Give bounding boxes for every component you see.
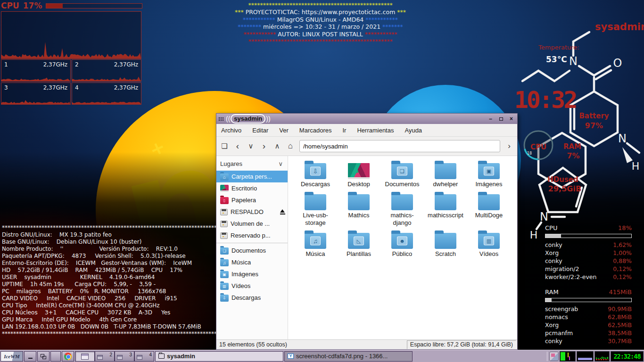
file-item[interactable]: Música <box>294 230 337 258</box>
cpu-process-panel: CPU 18% conky 1,62% Xorg 1,00% conky 0,8… <box>545 224 632 281</box>
sysinfo-line: ****************************************… <box>2 224 217 231</box>
place-item[interactable]: Imágenes <box>216 268 288 280</box>
folder-icon <box>305 194 326 210</box>
minimize-button[interactable]: – <box>487 115 495 123</box>
process-row: Xorg 62,5MiB <box>545 321 632 329</box>
menu-item[interactable]: Marcadores <box>299 127 332 134</box>
file-label: Mathics <box>337 212 380 219</box>
motd-banner: ****************************************… <box>213 1 428 45</box>
place-item[interactable]: Reservado p... <box>216 230 288 241</box>
eject-icon[interactable] <box>280 209 286 214</box>
new-tab-icon[interactable]: ❏ <box>220 142 229 150</box>
place-item[interactable]: Documentos <box>216 245 288 256</box>
file-item[interactable]: MultiDoge <box>467 191 511 227</box>
window-titlebar[interactable]: ((sysadmin)) – × <box>216 114 517 124</box>
file-item[interactable]: Vídeos <box>467 230 511 258</box>
ram-value: 7% <box>567 151 579 160</box>
process-value: 0,88% <box>613 257 632 265</box>
core-frequency: 2,37GHz <box>114 84 138 91</box>
mini-window-icon <box>137 355 142 360</box>
memory-monitor-applet[interactable] <box>577 351 594 362</box>
file-item[interactable]: Descargas <box>294 160 337 188</box>
menu-item[interactable]: Herramientas <box>357 127 394 134</box>
file-item[interactable]: Público <box>380 230 424 258</box>
chevron-down-icon[interactable]: ∨ <box>278 160 283 167</box>
place-item[interactable]: Descargas <box>216 292 288 304</box>
file-item[interactable]: Mathics <box>337 191 380 227</box>
window-title: ((sysadmin)) <box>226 114 271 123</box>
back-icon[interactable]: ‹ <box>233 142 242 150</box>
network-monitor-applet[interactable] <box>594 351 610 362</box>
place-item[interactable]: RESPALDO <box>216 206 288 218</box>
menu-item[interactable]: Ver <box>279 127 289 134</box>
cpu-gauge-value: 18 <box>527 151 532 156</box>
window-menu-icon[interactable] <box>218 117 223 121</box>
process-name: migration/2 <box>545 265 579 273</box>
quick-launch-button[interactable] <box>50 351 61 362</box>
menubar: ArchivoEditarVerMarcadoresIrHerramientas… <box>216 124 517 137</box>
workspace-button[interactable]: 3 <box>115 351 134 362</box>
atom-h-right: H <box>632 160 640 172</box>
file-item[interactable]: Live-usb-storage <box>294 191 337 227</box>
places-sidebar: Lugares ∨ Carpeta pers... Escritorio <box>216 156 288 339</box>
file-item[interactable]: Documentos <box>380 160 424 188</box>
folder-icon <box>348 194 370 210</box>
hd-value: 29,5GiB <box>548 184 581 193</box>
process-value: 0,12% <box>613 265 632 273</box>
file-item[interactable]: Plantillas <box>337 230 380 258</box>
start-menu-button[interactable]: IceWM <box>0 351 23 362</box>
core-frequency: 2,37GHz <box>43 84 67 91</box>
process-name: kworker/2:2-even <box>545 273 596 281</box>
file-item[interactable]: Scratch <box>424 230 467 258</box>
place-item[interactable]: Música <box>216 256 288 268</box>
place-item[interactable]: Carpeta pers... <box>216 171 288 182</box>
breadcrumb-toggle-icon[interactable]: › <box>505 142 513 150</box>
folder-icon <box>391 163 413 179</box>
menu-item[interactable]: Ir <box>342 127 346 134</box>
process-row: conky 1,62% <box>545 241 632 249</box>
taskbar-task[interactable]: screenshot-cdfafa7d.png - 1366... <box>284 351 413 362</box>
wedge-bond <box>622 147 633 163</box>
taskbar-task[interactable]: sysadmin <box>155 351 283 362</box>
up-icon[interactable]: ∧ <box>273 142 281 150</box>
file-item[interactable]: mathics-django <box>380 191 424 227</box>
place-icon <box>220 209 228 215</box>
forward-icon[interactable]: › <box>260 142 268 150</box>
menu-item[interactable]: Ayuda <box>405 127 422 134</box>
path-input[interactable] <box>299 140 500 152</box>
file-label: MultiDoge <box>467 212 511 219</box>
file-item[interactable]: dwhelper <box>424 160 467 188</box>
process-value: 1,00% <box>613 249 632 257</box>
file-item[interactable]: mathicsscript <box>424 191 467 227</box>
workspace-button[interactable]: 2 <box>95 351 115 362</box>
place-item[interactable]: Escritorio <box>216 182 288 194</box>
workspace-button[interactable] <box>75 351 95 362</box>
process-name: Xorg <box>545 249 559 257</box>
close-button[interactable]: × <box>507 115 515 123</box>
place-item[interactable]: Papelera <box>216 194 288 206</box>
window-list-button[interactable] <box>37 351 50 362</box>
taskbar-clock[interactable]: 22:32:48 <box>611 351 644 362</box>
place-item[interactable]: Vídeos <box>216 280 288 292</box>
core-id: 3 <box>4 84 8 91</box>
menu-item[interactable]: Editar <box>252 127 268 134</box>
status-free-space: Espacio libre: 57,2 GiB (total: 91,4 GiB… <box>407 340 516 349</box>
screengrab-tray-icon[interactable] <box>549 352 559 361</box>
history-dropdown-icon[interactable]: ∨ <box>247 142 255 150</box>
places-header[interactable]: Lugares <box>220 160 242 167</box>
place-label: Escritorio <box>231 185 257 192</box>
workspace-button[interactable]: 4 <box>134 351 154 362</box>
file-item[interactable]: Desktop <box>337 160 380 188</box>
menu-item[interactable]: Archivo <box>221 127 241 134</box>
core-id: 4 <box>75 84 79 91</box>
place-item[interactable]: Volumen de ... <box>216 218 288 230</box>
home-icon[interactable]: ⌂ <box>286 142 295 150</box>
place-icon <box>220 271 229 278</box>
process-row: screengrab 90,9MiB <box>545 305 632 313</box>
cpu-monitor-applet[interactable] <box>560 351 576 362</box>
workspace-number: 3 <box>129 352 132 357</box>
file-item[interactable]: Imágenes <box>467 160 511 188</box>
chrome-launcher-button[interactable] <box>62 351 74 362</box>
show-desktop-button[interactable] <box>24 351 36 362</box>
maximize-button[interactable] <box>497 115 505 123</box>
